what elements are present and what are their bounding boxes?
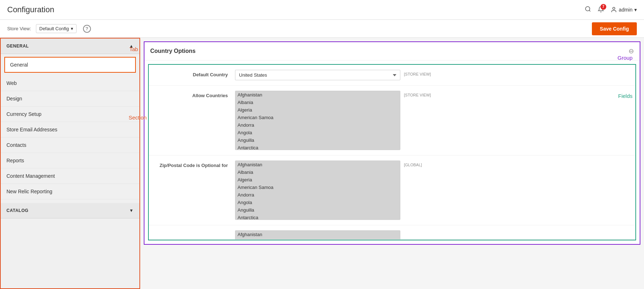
admin-chevron-icon: ▾ (634, 7, 637, 13)
sidebar-item-general[interactable]: General (4, 57, 136, 73)
sidebar-item-currency-setup[interactable]: Currency Setup (1, 107, 139, 122)
sidebar-section-general-label: GENERAL (6, 44, 29, 49)
top-header: Configuration 7 admin ▾ (0, 0, 644, 20)
store-view-chevron-icon: ▾ (71, 26, 73, 31)
store-bar: Store View: Default Config ▾ ? Save Conf… (0, 20, 644, 38)
bottom-field-label (156, 230, 235, 232)
allow-countries-control: Afghanistan Albania Algeria American Sam… (235, 91, 628, 150)
annotation-fields: Fields (618, 93, 632, 99)
sidebar-item-design-label: Design (6, 96, 22, 101)
sidebar-item-reports[interactable]: Reports (1, 153, 139, 168)
sidebar-item-web[interactable]: Web (1, 76, 139, 91)
group-title: Country Options (150, 48, 196, 54)
zip-optional-row: Zip/Postal Code is Optional for Afghanis… (149, 155, 635, 225)
group-header: Country Options ⊖ (144, 42, 640, 60)
svg-point-0 (585, 6, 590, 11)
sidebar-item-contacts[interactable]: Contacts (1, 137, 139, 153)
default-country-control: United States Canada United Kingdom Aust… (235, 70, 628, 80)
sidebar-item-store-email-addresses[interactable]: Store Email Addresses (1, 122, 139, 137)
allow-countries-label: Allow Countries (156, 91, 235, 98)
sidebar-item-currency-setup-label: Currency Setup (6, 111, 41, 117)
zip-optional-scope: [GLOBAL] (404, 161, 422, 167)
sidebar: GENERAL ▲ General Web Design Currency Se… (0, 38, 140, 289)
default-country-scope: [STORE VIEW] (404, 70, 431, 76)
sidebar-catalog-chevron-icon: ▼ (129, 208, 134, 213)
sidebar-item-new-relic-reporting[interactable]: New Relic Reporting (1, 184, 139, 199)
annotation-tab: Tab (129, 46, 138, 52)
help-icon[interactable]: ? (83, 25, 91, 33)
default-country-select[interactable]: United States Canada United Kingdom Aust… (235, 70, 400, 80)
store-view-select[interactable]: Default Config ▾ (36, 24, 76, 33)
sidebar-item-web-label: Web (6, 80, 17, 86)
sidebar-section-catalog-label: CATALOG (6, 208, 28, 213)
config-panel: Country Options ⊖ Default Country United… (144, 41, 640, 245)
save-config-button[interactable]: Save Config (592, 22, 637, 35)
allow-countries-row: Allow Countries Afghanistan Albania Alge… (149, 86, 635, 155)
sidebar-item-design[interactable]: Design (1, 91, 139, 107)
allow-countries-scope: [STORE VIEW] (404, 91, 431, 97)
search-icon[interactable] (585, 6, 591, 14)
notification-count: 7 (601, 4, 606, 10)
header-right: 7 admin ▾ (585, 6, 637, 14)
svg-line-1 (589, 10, 590, 11)
page-title: Configuration (7, 5, 54, 14)
sidebar-item-reports-label: Reports (6, 158, 24, 163)
admin-user[interactable]: admin ▾ (611, 6, 637, 13)
sidebar-item-content-management[interactable]: Content Management (1, 168, 139, 184)
notification-bell[interactable]: 7 (598, 6, 604, 14)
sidebar-section-catalog[interactable]: CATALOG ▼ (1, 203, 139, 218)
sidebar-item-store-email-addresses-label: Store Email Addresses (6, 127, 58, 132)
sidebar-item-contacts-label: Contacts (6, 142, 26, 148)
sidebar-section-general[interactable]: GENERAL ▲ (1, 39, 139, 54)
collapse-icon[interactable]: ⊖ (629, 47, 634, 55)
svg-point-2 (613, 7, 615, 9)
admin-label: admin (619, 7, 632, 13)
annotation-section: Section (129, 114, 147, 121)
zip-optional-select[interactable]: Afghanistan Albania Algeria American Sam… (235, 161, 400, 220)
country-options-group: Default Country United States Canada Uni… (148, 64, 636, 240)
zip-optional-label: Zip/Postal Code is Optional for (156, 161, 235, 168)
allow-countries-select[interactable]: Afghanistan Albania Algeria American Sam… (235, 91, 400, 150)
zip-optional-control: Afghanistan Albania Algeria American Sam… (235, 161, 628, 220)
bottom-field-control: Afghanistan (235, 230, 628, 240)
sidebar-item-general-label: General (10, 62, 28, 68)
bottom-field-row: Afghanistan (149, 225, 635, 240)
annotation-group: Group (617, 55, 632, 61)
main-layout: GENERAL ▲ General Web Design Currency Se… (0, 38, 644, 289)
sidebar-item-content-management-label: Content Management (6, 173, 55, 179)
bottom-field-select[interactable]: Afghanistan (235, 230, 400, 240)
store-view-value: Default Config (39, 26, 69, 31)
default-country-label: Default Country (156, 70, 235, 77)
store-view-label: Store View: (7, 26, 31, 31)
default-country-row: Default Country United States Canada Uni… (149, 65, 635, 86)
sidebar-item-new-relic-reporting-label: New Relic Reporting (6, 189, 52, 194)
main-content: Country Options ⊖ Default Country United… (140, 38, 644, 289)
